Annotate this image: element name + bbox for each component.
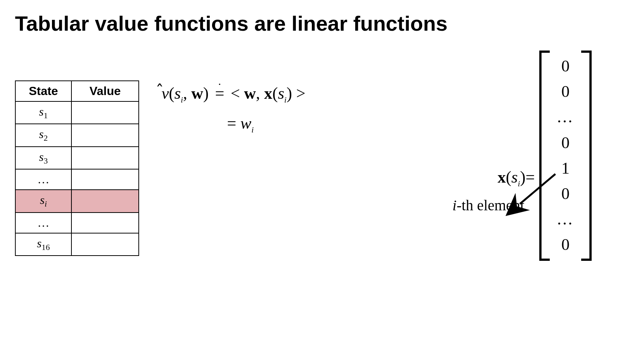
- table-header-row: State Value: [15, 81, 139, 101]
- vector-entry: …: [556, 207, 574, 232]
- equation-block: v(si, w) = < w, x(si) > = wi: [162, 80, 306, 141]
- header-value: Value: [71, 81, 139, 101]
- table-row: …: [15, 169, 139, 190]
- equation-line-2: = wi: [162, 110, 306, 137]
- bracket-right-icon: [581, 51, 592, 261]
- bracket-left-icon: [539, 51, 550, 261]
- table-row-highlight: si: [15, 190, 139, 212]
- vector-entry: …: [556, 104, 574, 130]
- table-row: …: [15, 213, 139, 233]
- header-state: State: [15, 81, 71, 101]
- table-row: s3: [15, 147, 139, 169]
- table-row: s1: [15, 101, 139, 124]
- vector-entry-one: 1: [561, 156, 570, 181]
- slide: Tabular value functions are linear funct…: [0, 0, 644, 354]
- table-row: s2: [15, 124, 139, 146]
- vector-entry: 0: [561, 54, 570, 79]
- svg-line-0: [520, 174, 555, 204]
- vector-entry: 0: [561, 181, 570, 207]
- vector-entries: 0 0 … 0 1 0 … 0: [550, 51, 581, 261]
- equation-line-1: v(si, w) = < w, x(si) >: [162, 80, 306, 107]
- table-row: s16: [15, 233, 139, 256]
- slide-title: Tabular value functions are linear funct…: [15, 11, 629, 36]
- feature-vector: x(si)= 0 0 … 0 1 0 … 0: [498, 51, 592, 261]
- vector-entry: 0: [561, 232, 570, 257]
- state-value-table: State Value s1 s2 s3 …: [15, 80, 139, 256]
- ith-element-annotation: i-th element: [453, 196, 524, 214]
- vector-entry: 0: [561, 130, 570, 156]
- vector-entry: 0: [561, 79, 570, 104]
